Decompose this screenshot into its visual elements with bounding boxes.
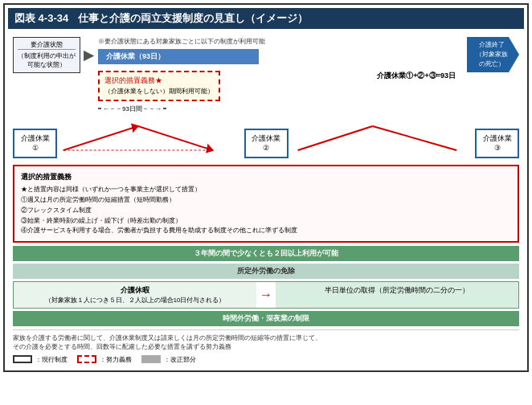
svg-line-3 <box>297 126 372 150</box>
kyukka-bar: 介護休業（93日） <box>98 49 259 64</box>
end-line2: （対象家族 <box>472 50 511 59</box>
fig-num: 図表 4-3-34 <box>14 12 68 24</box>
kyukka-num-1: ① <box>19 143 51 153</box>
sentaku-title: 選択的措置義務★ <box>104 76 162 84</box>
right-arrow-icon: ▶ <box>84 47 93 63</box>
legend-dashed-item: ：努力義務 <box>77 355 132 364</box>
sentaku-line-3: ③始業・終業時刻の繰上げ・繰下げ（時差出勤の制度） <box>21 216 511 227</box>
arrows-svg-2 <box>289 118 476 158</box>
bottom-note-1: 家族を介護する労働者に関して、介護休業制度又は請束しくは月の所定労働時間の短縮等… <box>13 333 519 342</box>
star-icon: 選択的措置義務★ <box>104 76 162 84</box>
inner-top: 選択的措置義務★ （介護休業をしない）期間利用可能） ←－－93日間－－→ 介護… <box>98 71 462 113</box>
legend-gray-item: ：改正部分 <box>141 355 196 364</box>
sentaku-subtitle: （介護休業をしない）期間利用可能） <box>104 88 214 95</box>
legend-solid-icon <box>13 355 32 363</box>
top-row: 要介護状態 （制度利用の申出が 可能な状態） ▶ ※要介護状態にある対象家族ごと… <box>13 37 519 113</box>
kyukyu-right-label: 半日単位の取得（所定労働時間の二分の一） <box>282 285 512 296</box>
sentaku-line-0: ★と措置内容は同様（いずれか一つを事業主が選択して措置） <box>21 185 511 195</box>
svg-line-1 <box>138 126 213 150</box>
svg-line-4 <box>372 126 456 150</box>
kyukka-bar-wrapper: 介護休業（93日） <box>98 49 462 68</box>
kyukka-num-3: ③ <box>481 143 513 153</box>
req-line1: （制度利用の申出が <box>18 51 76 60</box>
bottom-note-2: その介護を必要とする時間、回数等に配慮した必要な措置を講ずる努力義務 <box>13 342 519 351</box>
dotted-row: ←－－93日間－－→ <box>98 104 220 113</box>
kyukyu-left: 介護休暇 （対象家族１人につき５日、２人以上の場合10日付与される） <box>14 282 256 308</box>
legend-row: ：現行制度 ：努力義務 ：改正部分 <box>13 355 519 364</box>
svg-line-0 <box>63 126 138 150</box>
right-arrow-red-icon: → <box>260 288 272 302</box>
kyukka-box-3: 介護休業 ③ <box>475 129 519 158</box>
sentaku-box: 選択的措置義務★ （介護休業をしない）期間利用可能） <box>98 71 220 101</box>
sentaku-col: 選択的措置義務★ （介護休業をしない）期間利用可能） ←－－93日間－－→ <box>98 71 220 113</box>
kyukyu-arrow-icon: → <box>256 282 276 308</box>
title-bar: 図表 4-3-34 仕事と介護の両立支援制度の見直し（イメージ） <box>8 8 524 29</box>
sentaku-detail-title: 選択的措置義務 <box>21 171 511 182</box>
yokai-title: 要介護状態 <box>18 40 76 50</box>
kyukka-label-1: 介護休業 <box>19 133 51 144</box>
kyukyu-row: 介護休暇 （対象家族１人につき５日、２人以上の場合10日付与される） → 半日単… <box>13 281 519 309</box>
bottom-note: 家族を介護する労働者に関して、介護休業制度又は請束しくは月の所定労働時間の短縮等… <box>13 329 519 352</box>
end-line1: 介護終了 <box>472 40 511 50</box>
kaigo-end-box: 介護終了 （対象家族 の死亡） <box>467 37 519 72</box>
kyukka-label-3: 介護休業 <box>481 133 513 144</box>
kyukka-label-2: 介護休業 <box>251 133 282 144</box>
arrow-area-2 <box>289 118 476 158</box>
kyukka-box-2: 介護休業 ② <box>244 129 289 158</box>
legend-dashed-label: ：努力義務 <box>100 355 132 364</box>
top-note: ※要介護状態にある対象家族ごとに以下の制度が利用可能 <box>98 37 462 46</box>
end-line3: の死亡） <box>472 59 511 69</box>
sentaku-detail-box: 選択的措置義務 ★と措置内容は同様（いずれか一つを事業主が選択して措置） ①週又… <box>13 165 519 243</box>
sentaku-line-4: ④介護サービスを利用する場合、労働者が負担する費用を助成する制度その他これに準ず… <box>21 226 511 236</box>
sum-box: 介護休業①+②+③=93日 <box>223 71 462 81</box>
fig-title: 仕事と介護の両立支援制度の見直し（イメージ） <box>78 12 308 24</box>
sentaku-line-2: ②フレックスタイム制度 <box>21 206 511 216</box>
req-arrow-group: 要介護状態 （制度利用の申出が 可能な状態） ▶ <box>13 37 93 73</box>
legend-dashed-icon <box>77 355 96 363</box>
requirement-box: 要介護状態 （制度利用の申出が 可能な状態） <box>13 37 80 73</box>
kyukka-num-2: ② <box>251 143 282 153</box>
three-boxes-row: 介護休業 ① <box>13 118 519 158</box>
arrow-area <box>57 118 244 158</box>
kyukyu-right: 半日単位の取得（所定労働時間の二分の一） <box>276 282 518 308</box>
three-boxes-section: 介護休業 ① <box>13 118 519 158</box>
kyukyu-label: 介護休暇 <box>20 285 250 296</box>
arrows-svg <box>57 118 244 158</box>
req-line2: 可能な状態） <box>18 60 76 69</box>
kyukyu-sub: （対象家族１人につき５日、２人以上の場合10日付与される） <box>20 296 250 305</box>
top-middle-area: ※要介護状態にある対象家族ごとに以下の制度が利用可能 介護休業（93日） 選択的… <box>98 37 462 113</box>
section-bar-1: ３年間の間で少なくとも２回以上利用が可能 <box>13 246 519 261</box>
sentaku-line-1: ①週又は月の所定労働時間の短縮措置（短時間勤務） <box>21 195 511 206</box>
outer-container: 図表 4-3-34 仕事と介護の両立支援制度の見直し（イメージ） 要介護状態 （… <box>3 3 529 372</box>
legend-gray-label: ：改正部分 <box>164 355 196 364</box>
jikan-bar: 時間外労働・深夜業の制限 <box>13 311 519 326</box>
section-bar-2: 所定外労働の免除 <box>13 264 519 279</box>
days-93-label: ←－－93日間－－→ <box>103 104 162 113</box>
legend-solid-label: ：現行制度 <box>35 355 68 364</box>
legend-gray-icon <box>141 355 161 363</box>
legend-solid-item: ：現行制度 <box>13 355 68 364</box>
kyukka-box-1: 介護休業 ① <box>13 129 57 158</box>
main-content: 要介護状態 （制度利用の申出が 可能な状態） ▶ ※要介護状態にある対象家族ごと… <box>8 34 524 367</box>
